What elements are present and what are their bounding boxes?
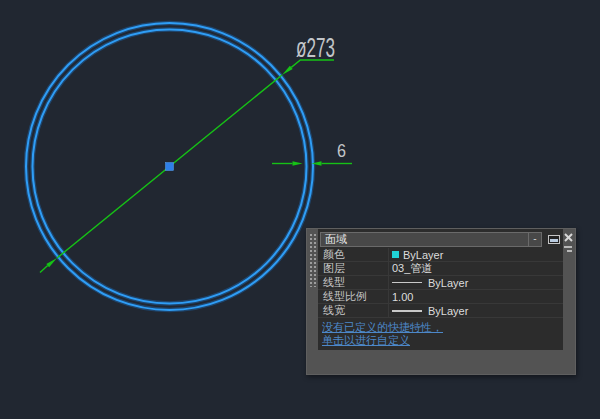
property-row-color: 颜色 ByLayer xyxy=(318,248,563,262)
property-label-lineweight: 线宽 xyxy=(318,303,388,318)
customize-button[interactable] xyxy=(545,232,562,247)
diameter-dimension[interactable]: ø273 xyxy=(40,32,335,273)
quick-properties-panel: 面域 - 颜色 ByLayer 图层 03_管道 xyxy=(306,228,576,375)
options-icon[interactable] xyxy=(564,246,572,254)
center-grip-handle[interactable] xyxy=(166,163,174,171)
property-label-linetype-scale: 线型比例 xyxy=(318,289,388,304)
linetype-sample-icon xyxy=(392,282,422,283)
options-bar xyxy=(564,246,572,248)
combobox-dropdown-icon[interactable]: - xyxy=(528,233,541,246)
color-swatch-icon xyxy=(392,251,399,258)
drag-dots-handle[interactable] xyxy=(309,233,317,287)
lineweight-sample-icon xyxy=(392,310,422,312)
click-to-customize-link[interactable]: 单击以进行自定义 xyxy=(322,334,558,347)
property-value-text: 1.00 xyxy=(392,291,413,303)
property-label-layer: 图层 xyxy=(318,261,388,276)
customize-link-block: 没有已定义的快捷特性， 单击以进行自定义 xyxy=(318,318,563,347)
property-value-linetype-scale[interactable]: 1.00 xyxy=(388,290,563,303)
close-icon[interactable] xyxy=(563,232,574,243)
property-row-lineweight: 线宽 ByLayer xyxy=(318,304,563,318)
diameter-dimension-text[interactable]: ø273 xyxy=(296,32,335,63)
quick-properties-content: 面域 - 颜色 ByLayer 图层 03_管道 xyxy=(318,229,563,350)
property-value-text: 03_管道 xyxy=(392,262,432,275)
panel-right-strip xyxy=(561,229,575,376)
property-value-layer[interactable]: 03_管道 xyxy=(388,262,563,275)
property-row-linetype-scale: 线型比例 1.00 xyxy=(318,290,563,304)
cad-viewport: { "canvas": { "entity": "pipe-section-ci… xyxy=(0,0,600,419)
property-grid: 颜色 ByLayer 图层 03_管道 线型 ByLayer xyxy=(318,248,563,318)
property-value-text: ByLayer xyxy=(428,277,468,289)
options-bar xyxy=(567,250,572,252)
dimension-tail xyxy=(40,266,48,273)
entity-type-combobox[interactable]: 面域 - xyxy=(320,232,542,247)
property-label-color: 颜色 xyxy=(318,247,388,262)
property-value-text: ByLayer xyxy=(428,305,468,317)
panel-titlebar: 面域 - xyxy=(318,229,563,248)
property-value-text: ByLayer xyxy=(403,249,443,261)
property-row-layer: 图层 03_管道 xyxy=(318,262,563,276)
property-value-lineweight[interactable]: ByLayer xyxy=(388,304,563,317)
property-row-linetype: 线型 ByLayer xyxy=(318,276,563,290)
panel-title: 面域 xyxy=(321,233,528,246)
property-value-color[interactable]: ByLayer xyxy=(388,248,563,261)
arrowhead-left-icon xyxy=(293,161,303,166)
monitor-icon xyxy=(548,235,560,244)
property-value-linetype[interactable]: ByLayer xyxy=(388,276,563,289)
property-label-linetype: 线型 xyxy=(318,275,388,290)
thickness-dimension-text[interactable]: 6 xyxy=(337,140,346,161)
no-quick-properties-link[interactable]: 没有已定义的快捷特性， xyxy=(322,321,558,334)
